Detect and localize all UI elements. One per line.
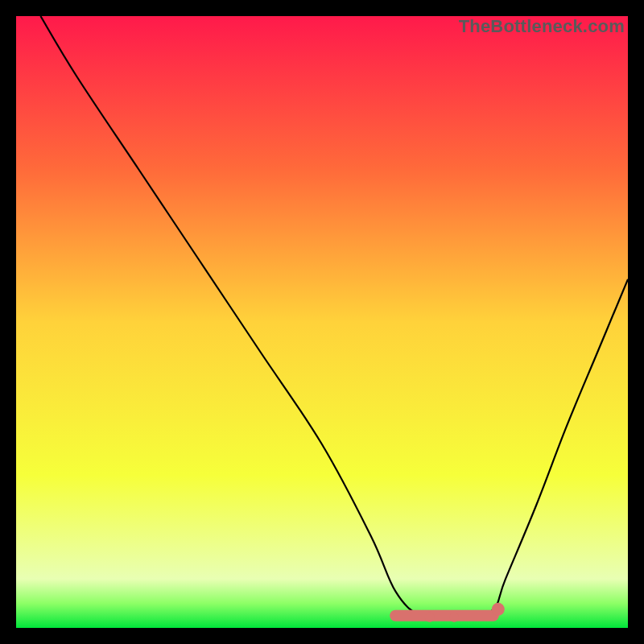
svg-point-2 (449, 613, 459, 622)
chart-svg (16, 16, 628, 628)
chart-frame: TheBottleneck.com (16, 16, 628, 628)
svg-point-3 (492, 603, 505, 616)
watermark-text: TheBottleneck.com (459, 16, 625, 37)
gradient-background (16, 16, 628, 628)
svg-point-1 (425, 613, 435, 622)
